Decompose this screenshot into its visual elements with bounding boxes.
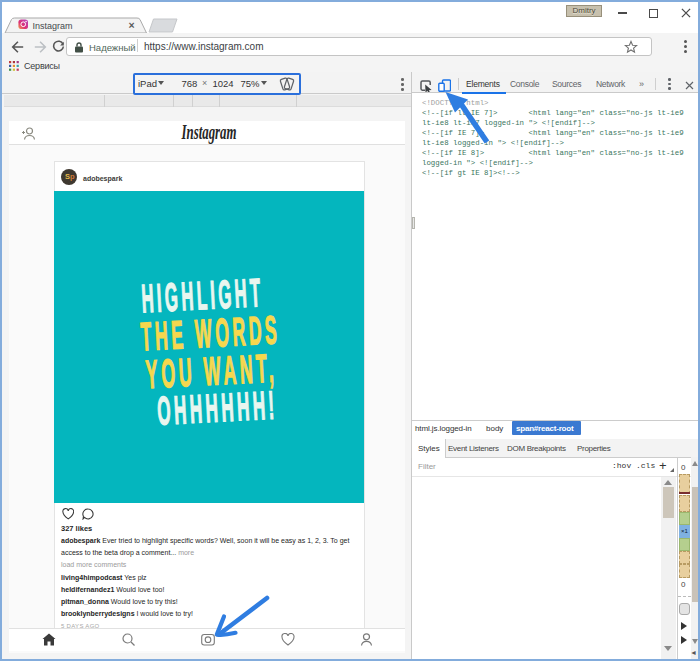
svg-text:Instagram: Instagram [181, 123, 237, 143]
svg-text:OHHHHHH!: OHHHHHH! [156, 382, 279, 434]
